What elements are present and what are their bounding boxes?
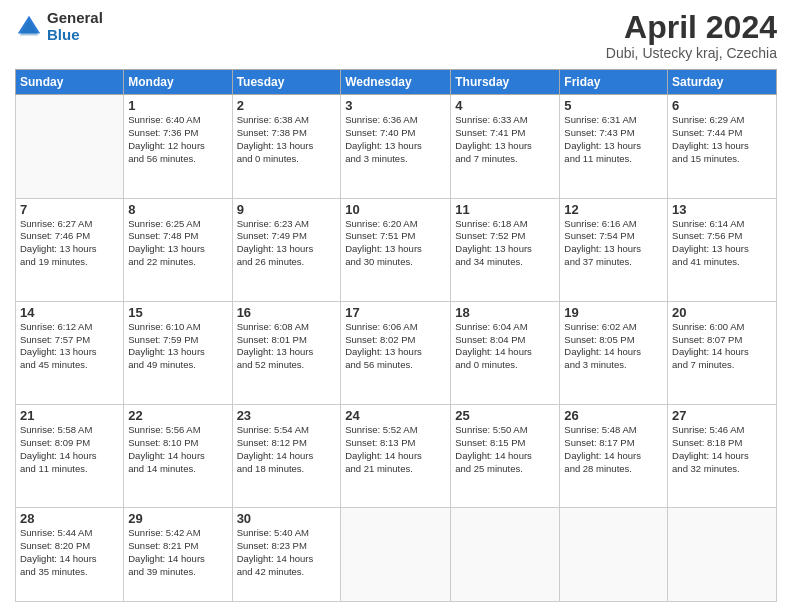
calendar-cell: 10Sunrise: 6:20 AM Sunset: 7:51 PM Dayli… <box>341 198 451 301</box>
day-info: Sunrise: 6:14 AM Sunset: 7:56 PM Dayligh… <box>672 218 772 269</box>
calendar-cell <box>341 508 451 602</box>
calendar-cell: 30Sunrise: 5:40 AM Sunset: 8:23 PM Dayli… <box>232 508 341 602</box>
day-info: Sunrise: 6:36 AM Sunset: 7:40 PM Dayligh… <box>345 114 446 165</box>
day-info: Sunrise: 6:40 AM Sunset: 7:36 PM Dayligh… <box>128 114 227 165</box>
weekday-header: Saturday <box>668 70 777 95</box>
title-block: April 2024 Dubi, Ustecky kraj, Czechia <box>606 10 777 61</box>
day-info: Sunrise: 5:50 AM Sunset: 8:15 PM Dayligh… <box>455 424 555 475</box>
calendar-cell: 7Sunrise: 6:27 AM Sunset: 7:46 PM Daylig… <box>16 198 124 301</box>
calendar-cell: 20Sunrise: 6:00 AM Sunset: 8:07 PM Dayli… <box>668 301 777 404</box>
day-info: Sunrise: 5:52 AM Sunset: 8:13 PM Dayligh… <box>345 424 446 475</box>
calendar-cell: 5Sunrise: 6:31 AM Sunset: 7:43 PM Daylig… <box>560 95 668 198</box>
day-info: Sunrise: 6:04 AM Sunset: 8:04 PM Dayligh… <box>455 321 555 372</box>
calendar-table: SundayMondayTuesdayWednesdayThursdayFrid… <box>15 69 777 602</box>
calendar-cell <box>668 508 777 602</box>
calendar-cell: 11Sunrise: 6:18 AM Sunset: 7:52 PM Dayli… <box>451 198 560 301</box>
calendar-week-row: 14Sunrise: 6:12 AM Sunset: 7:57 PM Dayli… <box>16 301 777 404</box>
day-number: 26 <box>564 408 663 423</box>
day-info: Sunrise: 5:58 AM Sunset: 8:09 PM Dayligh… <box>20 424 119 475</box>
calendar-cell: 19Sunrise: 6:02 AM Sunset: 8:05 PM Dayli… <box>560 301 668 404</box>
calendar-cell <box>16 95 124 198</box>
day-info: Sunrise: 6:38 AM Sunset: 7:38 PM Dayligh… <box>237 114 337 165</box>
calendar-cell: 12Sunrise: 6:16 AM Sunset: 7:54 PM Dayli… <box>560 198 668 301</box>
day-number: 11 <box>455 202 555 217</box>
day-number: 27 <box>672 408 772 423</box>
day-number: 24 <box>345 408 446 423</box>
location-subtitle: Dubi, Ustecky kraj, Czechia <box>606 45 777 61</box>
weekday-header: Monday <box>124 70 232 95</box>
weekday-header: Thursday <box>451 70 560 95</box>
day-info: Sunrise: 6:25 AM Sunset: 7:48 PM Dayligh… <box>128 218 227 269</box>
calendar-cell: 16Sunrise: 6:08 AM Sunset: 8:01 PM Dayli… <box>232 301 341 404</box>
day-number: 19 <box>564 305 663 320</box>
day-number: 14 <box>20 305 119 320</box>
logo-icon <box>15 13 43 41</box>
day-info: Sunrise: 5:46 AM Sunset: 8:18 PM Dayligh… <box>672 424 772 475</box>
day-info: Sunrise: 5:42 AM Sunset: 8:21 PM Dayligh… <box>128 527 227 578</box>
day-number: 2 <box>237 98 337 113</box>
calendar-cell <box>560 508 668 602</box>
day-number: 5 <box>564 98 663 113</box>
day-number: 15 <box>128 305 227 320</box>
day-info: Sunrise: 6:06 AM Sunset: 8:02 PM Dayligh… <box>345 321 446 372</box>
day-number: 29 <box>128 511 227 526</box>
calendar-cell: 13Sunrise: 6:14 AM Sunset: 7:56 PM Dayli… <box>668 198 777 301</box>
calendar-cell: 25Sunrise: 5:50 AM Sunset: 8:15 PM Dayli… <box>451 405 560 508</box>
calendar-cell: 2Sunrise: 6:38 AM Sunset: 7:38 PM Daylig… <box>232 95 341 198</box>
day-number: 23 <box>237 408 337 423</box>
day-info: Sunrise: 6:23 AM Sunset: 7:49 PM Dayligh… <box>237 218 337 269</box>
calendar-cell <box>451 508 560 602</box>
calendar-cell: 9Sunrise: 6:23 AM Sunset: 7:49 PM Daylig… <box>232 198 341 301</box>
day-number: 10 <box>345 202 446 217</box>
calendar-cell: 29Sunrise: 5:42 AM Sunset: 8:21 PM Dayli… <box>124 508 232 602</box>
calendar-cell: 24Sunrise: 5:52 AM Sunset: 8:13 PM Dayli… <box>341 405 451 508</box>
weekday-header: Sunday <box>16 70 124 95</box>
day-info: Sunrise: 6:31 AM Sunset: 7:43 PM Dayligh… <box>564 114 663 165</box>
day-info: Sunrise: 6:02 AM Sunset: 8:05 PM Dayligh… <box>564 321 663 372</box>
day-info: Sunrise: 6:16 AM Sunset: 7:54 PM Dayligh… <box>564 218 663 269</box>
day-number: 30 <box>237 511 337 526</box>
logo-blue-text: Blue <box>47 27 103 44</box>
day-number: 7 <box>20 202 119 217</box>
logo-general-text: General <box>47 10 103 27</box>
calendar-cell: 21Sunrise: 5:58 AM Sunset: 8:09 PM Dayli… <box>16 405 124 508</box>
day-info: Sunrise: 6:00 AM Sunset: 8:07 PM Dayligh… <box>672 321 772 372</box>
day-info: Sunrise: 5:44 AM Sunset: 8:20 PM Dayligh… <box>20 527 119 578</box>
day-number: 1 <box>128 98 227 113</box>
calendar-cell: 27Sunrise: 5:46 AM Sunset: 8:18 PM Dayli… <box>668 405 777 508</box>
day-info: Sunrise: 5:40 AM Sunset: 8:23 PM Dayligh… <box>237 527 337 578</box>
month-title: April 2024 <box>606 10 777 45</box>
day-info: Sunrise: 6:33 AM Sunset: 7:41 PM Dayligh… <box>455 114 555 165</box>
day-info: Sunrise: 5:56 AM Sunset: 8:10 PM Dayligh… <box>128 424 227 475</box>
day-number: 22 <box>128 408 227 423</box>
day-number: 6 <box>672 98 772 113</box>
calendar-cell: 15Sunrise: 6:10 AM Sunset: 7:59 PM Dayli… <box>124 301 232 404</box>
calendar-cell: 6Sunrise: 6:29 AM Sunset: 7:44 PM Daylig… <box>668 95 777 198</box>
day-info: Sunrise: 6:12 AM Sunset: 7:57 PM Dayligh… <box>20 321 119 372</box>
day-number: 12 <box>564 202 663 217</box>
day-number: 25 <box>455 408 555 423</box>
weekday-header: Friday <box>560 70 668 95</box>
day-number: 8 <box>128 202 227 217</box>
day-number: 21 <box>20 408 119 423</box>
day-number: 20 <box>672 305 772 320</box>
day-info: Sunrise: 6:27 AM Sunset: 7:46 PM Dayligh… <box>20 218 119 269</box>
day-info: Sunrise: 6:08 AM Sunset: 8:01 PM Dayligh… <box>237 321 337 372</box>
calendar-cell: 1Sunrise: 6:40 AM Sunset: 7:36 PM Daylig… <box>124 95 232 198</box>
day-info: Sunrise: 5:48 AM Sunset: 8:17 PM Dayligh… <box>564 424 663 475</box>
day-number: 3 <box>345 98 446 113</box>
calendar-cell: 23Sunrise: 5:54 AM Sunset: 8:12 PM Dayli… <box>232 405 341 508</box>
day-info: Sunrise: 6:18 AM Sunset: 7:52 PM Dayligh… <box>455 218 555 269</box>
header: General Blue April 2024 Dubi, Ustecky kr… <box>15 10 777 61</box>
calendar-cell: 8Sunrise: 6:25 AM Sunset: 7:48 PM Daylig… <box>124 198 232 301</box>
weekday-header: Tuesday <box>232 70 341 95</box>
day-number: 13 <box>672 202 772 217</box>
day-number: 17 <box>345 305 446 320</box>
calendar-cell: 17Sunrise: 6:06 AM Sunset: 8:02 PM Dayli… <box>341 301 451 404</box>
day-number: 16 <box>237 305 337 320</box>
page: General Blue April 2024 Dubi, Ustecky kr… <box>0 0 792 612</box>
logo-text: General Blue <box>47 10 103 43</box>
day-info: Sunrise: 5:54 AM Sunset: 8:12 PM Dayligh… <box>237 424 337 475</box>
calendar-week-row: 21Sunrise: 5:58 AM Sunset: 8:09 PM Dayli… <box>16 405 777 508</box>
day-info: Sunrise: 6:10 AM Sunset: 7:59 PM Dayligh… <box>128 321 227 372</box>
